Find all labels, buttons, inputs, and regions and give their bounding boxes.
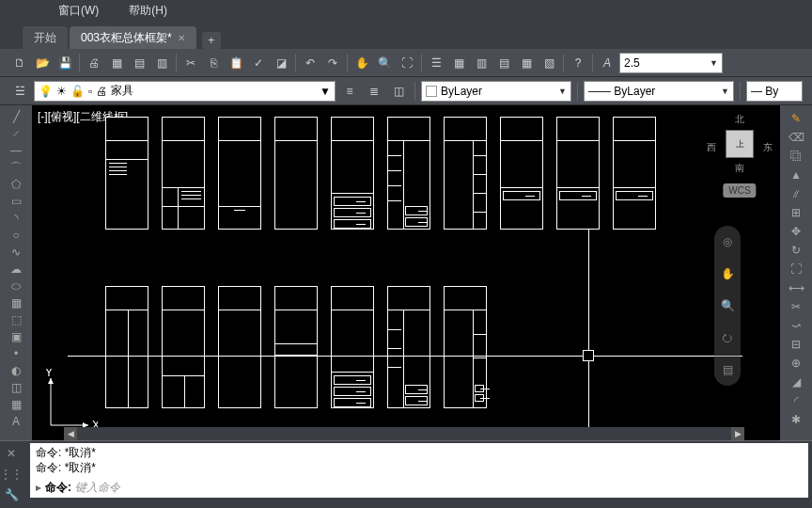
calculator-icon[interactable]: ▤ (493, 53, 514, 73)
linetype-combo[interactable]: —— ByLayer▼ (584, 81, 734, 102)
tool-palette-icon[interactable]: ▥ (471, 53, 492, 73)
color-combo[interactable]: ByLayer▼ (421, 81, 571, 102)
cmd-handle-icon[interactable]: ⋮⋮ (2, 466, 21, 483)
circle-icon[interactable]: ○ (6, 228, 26, 243)
toolbar-main: 🗋 📂 💾 🖨 ▦ ▤ ▥ ✂ ⎘ 📋 ✓ ◪ ↶ ↷ ✋ 🔍 ⛶ ☰ ▦ ▥ … (0, 49, 812, 77)
array-icon[interactable]: ⊞ (786, 205, 806, 220)
design-center-icon[interactable]: ▦ (448, 53, 469, 73)
region-icon[interactable]: ◫ (6, 380, 26, 395)
paste-icon[interactable]: 📋 (226, 53, 246, 73)
showui-icon[interactable]: ▤ (718, 360, 737, 379)
extend-icon[interactable]: ⤻ (786, 318, 806, 333)
command-input[interactable]: ▸ 命令: 键入命令 (30, 477, 808, 498)
polygon-icon[interactable]: ⬠ (6, 177, 26, 192)
join-icon[interactable]: ⊕ (786, 356, 806, 371)
tab-start[interactable]: 开始 (23, 26, 68, 49)
move-icon[interactable]: ✥ (786, 224, 806, 239)
viewcube-top[interactable]: 上 (726, 130, 754, 158)
wheel-icon[interactable]: ◎ (718, 232, 737, 251)
table-icon[interactable]: ▦ (6, 397, 26, 412)
wcs-button[interactable]: WCS (723, 183, 756, 198)
crosshair-horizontal (68, 356, 742, 357)
menu-window[interactable]: 窗口(W) (53, 1, 104, 21)
mirror-icon[interactable]: ▲ (786, 167, 806, 183)
match-icon[interactable]: ✓ (248, 53, 269, 73)
trim-icon[interactable]: ✂ (786, 299, 806, 314)
cmd-close-icon[interactable]: ✕ (2, 445, 21, 462)
undo-icon[interactable]: ↶ (300, 53, 320, 73)
zoom-icon[interactable]: 🔍 (374, 53, 395, 73)
break-icon[interactable]: ⊟ (786, 337, 806, 352)
fillet-icon[interactable]: ◜ (786, 393, 806, 408)
crosshair-vertical (588, 230, 589, 440)
pan-icon[interactable]: ✋ (351, 53, 372, 73)
point-icon[interactable]: • (6, 346, 26, 361)
zoom-tool-icon[interactable]: 🔍 (718, 296, 737, 315)
gradient-icon[interactable]: ◐ (6, 363, 26, 378)
rotate-icon[interactable]: ↻ (786, 243, 806, 258)
chamfer-icon[interactable]: ◢ (786, 374, 806, 389)
new-icon[interactable]: 🗋 (9, 53, 30, 73)
sheet-set-icon[interactable]: ▦ (516, 53, 537, 73)
insert-icon[interactable]: ⬚ (6, 312, 26, 327)
sheet-icon[interactable]: ▥ (151, 53, 172, 73)
tab-close-icon[interactable]: ✕ (178, 33, 185, 43)
command-placeholder: 键入命令 (75, 480, 120, 496)
line-icon[interactable]: ╱ (6, 109, 26, 124)
hatch-icon[interactable]: ▦ (6, 295, 26, 310)
cut-icon[interactable]: ✂ (180, 53, 201, 73)
arc3-icon[interactable]: ◝ (6, 211, 26, 226)
orbit-icon[interactable]: ⭮ (718, 328, 737, 347)
stretch-icon[interactable]: ⟷ (786, 280, 806, 295)
redo-icon[interactable]: ↷ (322, 53, 343, 73)
text-style-icon[interactable]: A (597, 53, 617, 73)
block-icon[interactable]: ◪ (271, 53, 291, 73)
layer-combo[interactable]: 💡 ☀ 🔓 ▫ 🖨 家具 ▼ (34, 81, 336, 102)
brush-icon[interactable]: ✎ (786, 111, 806, 126)
publish-icon[interactable]: ▤ (129, 53, 149, 73)
rectangle-icon[interactable]: ▭ (6, 194, 26, 209)
print-icon[interactable]: 🖨 (84, 53, 104, 73)
plot-preview-icon[interactable]: ▦ (106, 53, 127, 73)
tab-add-button[interactable]: + (202, 32, 221, 49)
toolbar-modify: ✎ ⌫ ⿻ ▲ ⫽ ⊞ ✥ ↻ ⛶ ⟷ ✂ ⤻ ⊟ ⊕ ◢ ◜ ✱ (780, 105, 812, 440)
polyline-icon[interactable]: ⟋ (6, 126, 26, 141)
arc-icon[interactable]: ⌒ (6, 160, 26, 175)
separator (740, 82, 741, 101)
explode-icon[interactable]: ✱ (786, 412, 806, 427)
tab-document[interactable]: 003衣柜总体框架* ✕ (70, 26, 196, 49)
mtext-icon[interactable]: A (6, 414, 26, 429)
save-icon[interactable]: 💾 (55, 53, 75, 73)
properties-icon[interactable]: ☰ (426, 53, 446, 73)
drawing-area[interactable]: [-][俯视][二维线框] (32, 105, 780, 440)
layer-iso-icon[interactable]: ◫ (388, 81, 409, 102)
pan-tool-icon[interactable]: ✋ (718, 264, 737, 283)
scroll-right-icon[interactable]: ▶ (731, 427, 744, 440)
open-icon[interactable]: 📂 (32, 53, 53, 73)
separator (563, 54, 564, 72)
scale-icon[interactable]: ⛶ (786, 262, 806, 277)
menubar: 窗口(W) 帮助(H) (0, 0, 812, 21)
scroll-left-icon[interactable]: ◀ (64, 427, 77, 440)
block-make-icon[interactable]: ▣ (6, 329, 26, 344)
scrollbar-horizontal[interactable]: ◀ ▶ (64, 427, 744, 440)
copy-icon[interactable]: ⎘ (203, 53, 224, 73)
viewcube[interactable]: 北 南 西 东 上 WCS (707, 113, 773, 198)
xline-icon[interactable]: — (6, 143, 26, 158)
ellipse-icon[interactable]: ⬭ (6, 278, 26, 294)
spline-icon[interactable]: ∿ (6, 245, 26, 260)
offset-icon[interactable]: ⫽ (786, 186, 806, 201)
copy-obj-icon[interactable]: ⿻ (786, 149, 806, 164)
erase-icon[interactable]: ⌫ (786, 130, 806, 145)
layer-manager-icon[interactable]: ☱ (9, 81, 30, 102)
zoom-extents-icon[interactable]: ⛶ (397, 53, 417, 73)
lineweight-combo[interactable]: 2.5▼ (619, 53, 723, 73)
menu-help[interactable]: 帮助(H) (123, 1, 173, 21)
revcloud-icon[interactable]: ☁ (6, 262, 26, 277)
cmd-menu-icon[interactable]: 🔧 (2, 486, 21, 503)
layer-prev-icon[interactable]: ≡ (339, 81, 360, 102)
layer-state-icon[interactable]: ≣ (364, 81, 384, 102)
lineweight-layer-combo[interactable]: — By (746, 81, 803, 102)
help-icon[interactable]: ? (568, 53, 588, 73)
markup-icon[interactable]: ▧ (539, 53, 559, 73)
